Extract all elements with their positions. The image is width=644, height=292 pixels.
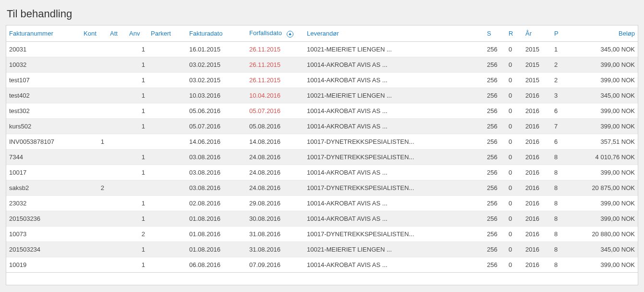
table-row[interactable]: saksb2203.08.201624.08.201610017-DYNETRE… <box>6 180 638 195</box>
cell-kont <box>81 72 107 88</box>
cell-fakturadato: 03.02.2015 <box>186 72 246 88</box>
cell-s: 256 <box>484 211 506 226</box>
cell-parkert <box>148 134 186 149</box>
col-s[interactable]: S <box>484 25 506 41</box>
cell-belop: 399,00 NOK <box>568 165 638 180</box>
col-p[interactable]: P <box>551 25 568 41</box>
cell-fakturadato: 01.08.2016 <box>186 211 246 226</box>
cell-ar: 2015 <box>522 41 551 57</box>
cell-fakturanummer: 10017 <box>6 165 81 180</box>
cell-s: 256 <box>484 57 506 72</box>
cell-forfallsdato: 05.07.2016 <box>246 103 304 118</box>
cell-r: 0 <box>506 103 522 118</box>
col-r[interactable]: R <box>506 25 522 41</box>
cell-att <box>107 72 126 88</box>
table-row[interactable]: kurs502105.07.201605.08.201610014-AKROBA… <box>6 118 638 134</box>
col-fakturadato[interactable]: Fakturadato <box>186 25 246 41</box>
cell-anv: 1 <box>126 195 148 211</box>
table-row[interactable]: 7344103.08.201624.08.201610017-DYNETREKK… <box>6 149 638 165</box>
cell-ar: 2016 <box>522 257 551 272</box>
cell-kont <box>81 257 107 272</box>
cell-ar: 2015 <box>522 57 551 72</box>
table-row[interactable]: test302105.06.201605.07.201610014-AKROBA… <box>6 103 638 118</box>
cell-fakturadato: 05.06.2016 <box>186 103 246 118</box>
cell-r: 0 <box>506 149 522 165</box>
cell-p: 8 <box>551 241 568 257</box>
cell-belop: 345,00 NOK <box>568 41 638 57</box>
cell-att <box>107 195 126 211</box>
cell-leverandor: 10017-DYNETREKKSPESIALISTEN... <box>304 134 484 149</box>
cell-ar: 2016 <box>522 88 551 103</box>
cell-r: 0 <box>506 57 522 72</box>
cell-forfallsdato: 31.08.2016 <box>246 241 304 257</box>
cell-leverandor: 10014-AKROBAT AVIS AS ... <box>304 57 484 72</box>
cell-anv: 1 <box>126 118 148 134</box>
cell-forfallsdato: 26.11.2015 <box>246 41 304 57</box>
cell-r: 0 <box>506 226 522 241</box>
cell-ar: 2016 <box>522 103 551 118</box>
table-row[interactable]: 201503234101.08.201631.08.201610021-MEIE… <box>6 241 638 257</box>
col-kont[interactable]: Kont <box>81 25 107 41</box>
cell-fakturanummer: saksb2 <box>6 180 81 195</box>
cell-leverandor: 10017-DYNETREKKSPESIALISTEN... <box>304 149 484 165</box>
col-belop[interactable]: Beløp <box>568 25 638 41</box>
table-row[interactable]: 23032102.08.201629.08.201610014-AKROBAT … <box>6 195 638 211</box>
cell-p: 7 <box>551 118 568 134</box>
cell-ar: 2016 <box>522 134 551 149</box>
cell-kont <box>81 149 107 165</box>
page-title: Til behandling <box>6 6 638 25</box>
cell-s: 256 <box>484 118 506 134</box>
col-att[interactable]: Att <box>107 25 126 41</box>
sort-asc-icon <box>287 29 293 38</box>
cell-fakturanummer: 201503234 <box>6 241 81 257</box>
col-fakturanummer[interactable]: Fakturanummer <box>6 25 81 41</box>
cell-s: 256 <box>484 226 506 241</box>
cell-p: 8 <box>551 195 568 211</box>
col-leverandor[interactable]: Leverandør <box>304 25 484 41</box>
cell-parkert <box>148 241 186 257</box>
table-row[interactable]: INV0053878107114.06.201614.08.201610017-… <box>6 134 638 149</box>
cell-anv: 1 <box>126 41 148 57</box>
cell-anv: 1 <box>126 103 148 118</box>
cell-p: 1 <box>551 41 568 57</box>
cell-p: 8 <box>551 165 568 180</box>
col-parkert[interactable]: Parkert <box>148 25 186 41</box>
table-row[interactable]: 10017103.08.201624.08.201610014-AKROBAT … <box>6 165 638 180</box>
col-forfallsdato[interactable]: Forfallsdato <box>246 25 304 41</box>
cell-leverandor: 10021-MEIERIET LIENGEN ... <box>304 41 484 57</box>
table-row[interactable]: 20031116.01.201526.11.201510021-MEIERIET… <box>6 41 638 57</box>
table-row[interactable]: 10073201.08.201631.08.201610017-DYNETREK… <box>6 226 638 241</box>
cell-r: 0 <box>506 118 522 134</box>
cell-leverandor: 10014-AKROBAT AVIS AS ... <box>304 103 484 118</box>
cell-kont <box>81 41 107 57</box>
cell-parkert <box>148 41 186 57</box>
table-row[interactable]: 10032103.02.201526.11.201510014-AKROBAT … <box>6 57 638 72</box>
cell-leverandor: 10014-AKROBAT AVIS AS ... <box>304 118 484 134</box>
cell-parkert <box>148 103 186 118</box>
cell-r: 0 <box>506 165 522 180</box>
table-row[interactable]: test107103.02.201526.11.201510014-AKROBA… <box>6 72 638 88</box>
table-row[interactable]: test402110.03.201610.04.201610021-MEIERI… <box>6 88 638 103</box>
cell-fakturadato: 03.08.2016 <box>186 180 246 195</box>
cell-ar: 2016 <box>522 241 551 257</box>
cell-leverandor: 10014-AKROBAT AVIS AS ... <box>304 257 484 272</box>
cell-att <box>107 180 126 195</box>
cell-leverandor: 10014-AKROBAT AVIS AS ... <box>304 211 484 226</box>
cell-anv: 1 <box>126 149 148 165</box>
invoice-table: Fakturanummer Kont Att Anv Parkert Faktu… <box>6 25 638 272</box>
cell-anv: 1 <box>126 57 148 72</box>
cell-fakturadato: 02.08.2016 <box>186 195 246 211</box>
cell-kont: 1 <box>81 134 107 149</box>
cell-r: 0 <box>506 257 522 272</box>
col-anv[interactable]: Anv <box>126 25 148 41</box>
col-ar[interactable]: År <box>522 25 551 41</box>
cell-p: 2 <box>551 57 568 72</box>
cell-att <box>107 165 126 180</box>
cell-s: 256 <box>484 134 506 149</box>
table-row[interactable]: 201503236101.08.201630.08.201610014-AKRO… <box>6 211 638 226</box>
cell-belop: 345,00 NOK <box>568 241 638 257</box>
cell-s: 256 <box>484 41 506 57</box>
cell-r: 0 <box>506 211 522 226</box>
table-row[interactable]: 10019106.08.201607.09.201610014-AKROBAT … <box>6 257 638 272</box>
cell-r: 0 <box>506 195 522 211</box>
